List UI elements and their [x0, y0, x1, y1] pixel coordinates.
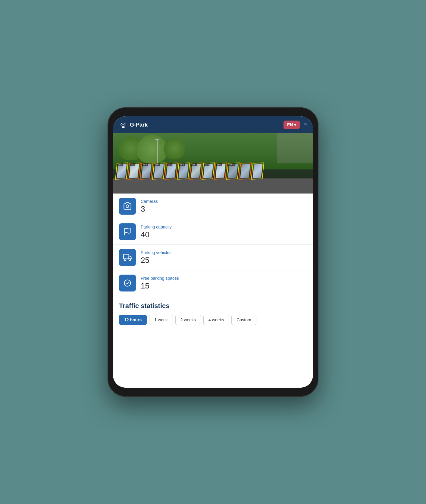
wifi-icon: [119, 121, 127, 129]
cameras-stat-card: Cameras 3: [113, 194, 313, 219]
free-spaces-icon-box: [119, 275, 136, 291]
parking-vehicles-value: 25: [141, 256, 171, 265]
parked-car: car 8: [202, 162, 215, 179]
content-area: Cameras 3 Parking capacity 40: [113, 194, 313, 388]
chevron-down-icon: ▾: [294, 122, 296, 127]
header-controls: EN ▾ ≡: [283, 121, 307, 129]
camera-icon: [123, 202, 132, 210]
filter-2-weeks[interactable]: 2 weeks: [175, 315, 201, 325]
svg-rect-0: [122, 126, 125, 128]
parking-vehicles-info: Parking vehicles 25: [141, 250, 171, 265]
svg-rect-3: [124, 254, 129, 259]
filter-custom[interactable]: Custom: [231, 315, 256, 325]
tablet-screen: G-Park EN ▾ ≡: [113, 116, 313, 388]
svg-point-4: [124, 259, 126, 261]
truck-icon: [123, 253, 132, 262]
free-spaces-value: 15: [141, 281, 179, 291]
filter-1-week[interactable]: 1 week: [149, 315, 173, 325]
app-logo: G-Park: [119, 121, 148, 129]
parked-car: [251, 162, 264, 179]
app-header: G-Park EN ▾ ≡: [113, 116, 313, 133]
cameras-label: Cameras: [141, 199, 158, 204]
traffic-statistics-title: Traffic statistics: [119, 302, 307, 310]
svg-point-1: [126, 205, 129, 207]
logo-text: G-Park: [130, 122, 148, 128]
parking-capacity-icon-box: [119, 223, 136, 240]
cameras-icon-box: [119, 198, 136, 215]
cameras-info: Cameras 3: [141, 199, 158, 214]
parking-vehicles-stat-card: Parking vehicles 25: [113, 245, 313, 270]
parked-car: [239, 162, 252, 179]
parked-car: car 6: [177, 162, 190, 179]
parking-capacity-value: 40: [141, 230, 172, 239]
parking-vehicles-label: Parking vehicles: [141, 250, 171, 255]
language-button[interactable]: EN ▾: [283, 121, 300, 129]
traffic-statistics-section: Traffic statistics 12 hours 1 week 2 wee…: [113, 296, 313, 330]
menu-icon[interactable]: ≡: [303, 121, 307, 128]
tablet-device: G-Park EN ▾ ≡: [108, 107, 318, 397]
free-spaces-info: Free parking spaces 15: [141, 276, 179, 291]
filter-4-weeks[interactable]: 4 weeks: [203, 315, 229, 325]
camera-feed: car 1 car 2 car 3 car 4: [113, 133, 313, 194]
check-circle-icon: [123, 279, 132, 287]
parking-capacity-stat-card: Parking capacity 40: [113, 219, 313, 245]
parking-vehicles-icon-box: [119, 249, 136, 266]
parked-car: car 9: [214, 162, 227, 179]
free-spaces-stat-card: Free parking spaces 15: [113, 270, 313, 296]
language-label: EN: [287, 122, 293, 127]
filter-12-hours[interactable]: 12 hours: [119, 315, 147, 325]
parked-car: car 7: [189, 162, 202, 179]
parked-car: car 10: [226, 162, 240, 179]
parking-capacity-label: Parking capacity: [141, 225, 172, 229]
free-spaces-label: Free parking spaces: [141, 276, 179, 281]
cameras-value: 3: [141, 204, 158, 214]
svg-point-5: [129, 259, 131, 261]
parking-capacity-info: Parking capacity 40: [141, 225, 172, 239]
flag-icon: [123, 228, 132, 236]
time-filter-group: 12 hours 1 week 2 weeks 4 weeks Custom: [119, 315, 307, 325]
